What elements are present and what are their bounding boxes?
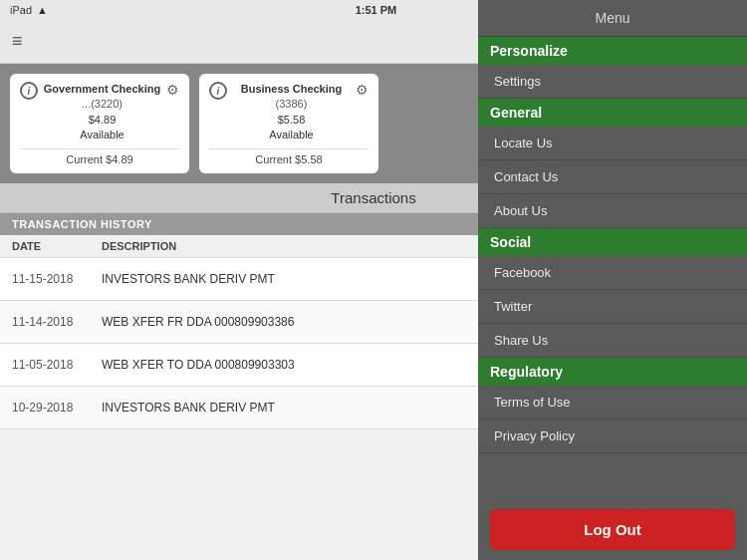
account-available-1: Available <box>227 128 356 142</box>
account-number-1: (3386) <box>227 97 356 112</box>
ipad-label: iPad <box>10 4 32 16</box>
menu-item-facebook[interactable]: Facebook <box>478 256 747 290</box>
menu-section-personalize: Personalize <box>478 37 747 65</box>
menu-item-about-us[interactable]: About Us <box>478 194 747 228</box>
menu-section-regulatory: Regulatory <box>478 358 747 386</box>
col-date-header: DATE <box>12 240 102 252</box>
account-gear-icon-0[interactable]: ⚙ <box>166 82 179 98</box>
menu-item-share-us[interactable]: Share Us <box>478 324 747 358</box>
menu-item-terms-of-use[interactable]: Terms of Use <box>478 386 747 420</box>
account-card-1: i Business Checking (3386) $5.58 Availab… <box>199 74 378 173</box>
menu-item-twitter[interactable]: Twitter <box>478 290 747 324</box>
tx-date-2: 11-05-2018 <box>12 358 102 372</box>
account-footer-0: Current $4.89 <box>20 148 179 165</box>
logout-button[interactable]: Log Out <box>490 509 735 550</box>
account-details-0: Government Checking ...(3220) $4.89 Avai… <box>38 82 166 143</box>
menu-overlay: Menu Personalize Settings General Locate… <box>478 0 747 560</box>
account-available-0: Available <box>38 128 166 142</box>
status-bar-left: iPad ▲ <box>10 4 48 16</box>
wifi-icon: ▲ <box>37 4 48 16</box>
tx-date-1: 11-14-2018 <box>12 315 102 329</box>
menu-section-general: General <box>478 99 747 127</box>
account-number-0: ...(3220) <box>38 97 166 112</box>
menu-item-settings[interactable]: Settings <box>478 65 747 99</box>
tx-date-0: 11-15-2018 <box>12 272 102 286</box>
account-info-icon-1[interactable]: i <box>209 82 227 100</box>
account-card-0: i Government Checking ...(3220) $4.89 Av… <box>10 74 189 173</box>
account-name-0: Government Checking <box>38 82 166 97</box>
tx-date-3: 10-29-2018 <box>12 401 102 415</box>
status-bar-time: 1:51 PM <box>356 4 397 16</box>
account-name-1: Business Checking <box>227 82 356 97</box>
account-footer-1: Current $5.58 <box>209 148 369 165</box>
menu-section-social: Social <box>478 228 747 256</box>
account-gear-icon-1[interactable]: ⚙ <box>356 82 369 98</box>
menu-title: Menu <box>478 0 747 37</box>
hamburger-menu-icon[interactable]: ≡ <box>12 31 23 52</box>
menu-item-privacy-policy[interactable]: Privacy Policy <box>478 420 747 453</box>
menu-spacer <box>478 453 747 499</box>
menu-item-locate-us[interactable]: Locate Us <box>478 127 747 160</box>
menu-item-contact-us[interactable]: Contact Us <box>478 160 747 194</box>
account-balance-1: $5.58 <box>227 113 356 128</box>
account-balance-0: $4.89 <box>38 113 166 128</box>
account-info-icon-0[interactable]: i <box>20 82 38 100</box>
account-details-1: Business Checking (3386) $5.58 Available <box>227 82 356 143</box>
